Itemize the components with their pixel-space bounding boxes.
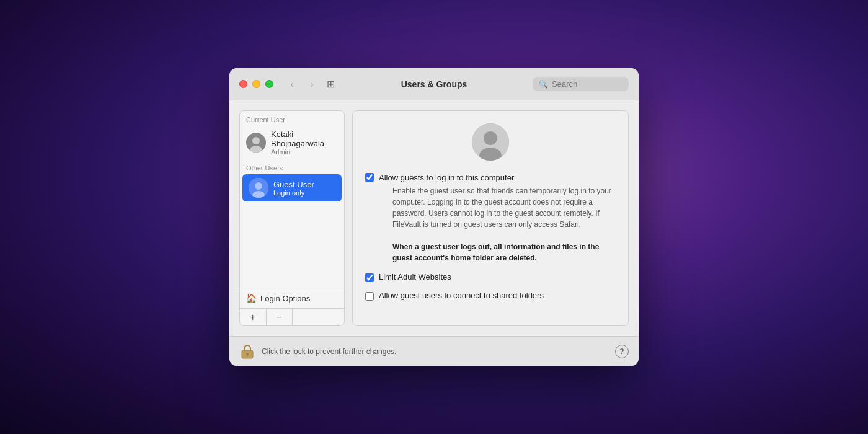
window-title: Users & Groups [401,79,467,89]
lock-icon [241,343,254,360]
traffic-lights [239,80,273,88]
guest-user-name: Guest User [273,180,314,189]
login-options-label: Login Options [260,294,310,303]
current-user-item[interactable]: Ketaki Bhojnagarwala Admin [240,126,344,159]
limit-adult-label[interactable]: Limit Adult Websites [379,272,451,281]
zoom-button[interactable] [265,80,273,88]
allow-guests-label[interactable]: Allow guests to log in to this computer [379,173,514,182]
allow-guests-content: Allow guests to log in to this computer … [379,172,616,264]
guest-avatar-circle [472,123,509,161]
svg-point-4 [255,182,262,190]
search-input[interactable] [552,79,622,89]
guest-avatar-section [365,123,616,161]
sidebar: Current User Ketaki Bhojnagarwala Admin … [239,110,345,326]
current-user-label: Current User [240,111,344,126]
sidebar-bottom-bar: + − [240,308,344,326]
help-button[interactable]: ? [615,345,629,358]
svg-point-7 [484,131,497,145]
limit-adult-row: Limit Adult Websites [365,272,616,282]
right-panel: Allow guests to log in to this computer … [352,110,629,326]
close-button[interactable] [239,80,247,88]
allow-shared-label[interactable]: Allow guest users to connect to shared f… [379,291,544,300]
current-user-info: Ketaki Bhojnagarwala Admin [271,130,338,156]
allow-guests-row: Allow guests to log in to this computer … [365,172,616,264]
add-user-button[interactable]: + [240,309,267,326]
bottom-bar: Click the lock to prevent further change… [229,336,639,366]
allow-shared-row: Allow guest users to connect to shared f… [365,291,616,301]
search-bar: 🔍 [533,77,629,91]
current-user-name: Ketaki Bhojnagarwala [271,130,338,148]
login-options-item[interactable]: 🏠 Login Options [240,288,344,308]
forward-button[interactable]: › [303,78,321,91]
allow-guests-checkbox[interactable] [365,173,374,182]
lock-icon-wrap[interactable] [239,343,255,360]
current-user-avatar [246,133,266,153]
titlebar: ‹ › ⊞ Users & Groups 🔍 [229,68,639,100]
limit-adult-checkbox[interactable] [365,273,374,282]
current-user-role: Admin [271,148,338,156]
guest-user-info: Guest User Login only [273,180,314,197]
svg-point-1 [252,137,260,144]
guest-user-sub: Login only [273,189,314,197]
allow-guests-description: Enable the guest user so that friends ca… [392,185,616,264]
back-button[interactable]: ‹ [283,78,301,91]
guest-user-avatar [249,178,268,198]
system-preferences-window: ‹ › ⊞ Users & Groups 🔍 Current User [229,68,639,366]
minimize-button[interactable] [252,80,260,88]
guest-user-item[interactable]: Guest User Login only [242,174,342,202]
other-users-label: Other Users [240,159,344,174]
nav-buttons: ‹ › [283,78,321,91]
allow-shared-checkbox[interactable] [365,292,374,301]
grid-icon[interactable]: ⊞ [327,78,335,90]
house-icon: 🏠 [246,293,257,303]
main-content: Current User Ketaki Bhojnagarwala Admin … [229,100,639,336]
remove-user-button[interactable]: − [267,309,293,326]
search-icon: 🔍 [539,80,548,89]
lock-text: Click the lock to prevent further change… [262,347,609,356]
